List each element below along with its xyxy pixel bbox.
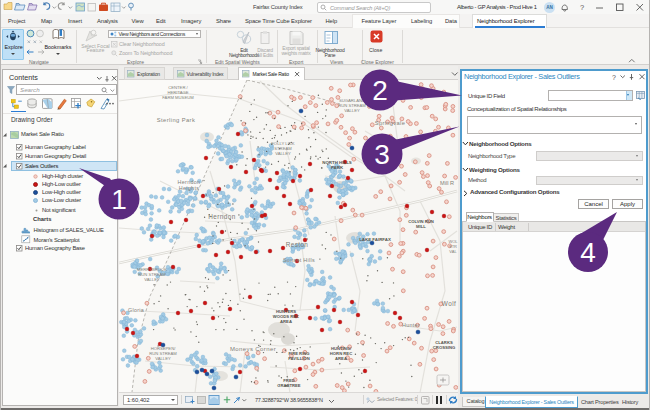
svg-text:1: 1 (111, 184, 127, 215)
svg-text:2: 2 (372, 75, 388, 106)
svg-text:3: 3 (374, 139, 390, 170)
svg-text:4: 4 (580, 237, 596, 268)
